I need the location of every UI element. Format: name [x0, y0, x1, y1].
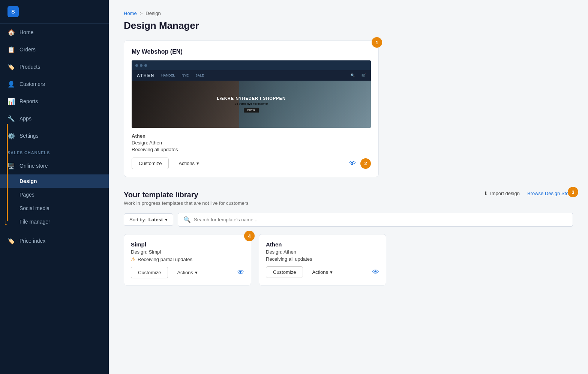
actions-label: Actions: [178, 161, 195, 166]
template-update-simpl: ⚠ Receiving partial updates: [131, 256, 244, 262]
preview-nav-item-2: NYE: [182, 74, 189, 77]
sort-value: Latest: [148, 217, 163, 222]
chevron-down-icon-athen: ▾: [330, 269, 333, 275]
main-content: Home > Design Design Manager 1 My Websho…: [109, 0, 588, 374]
sidebar-nav-item-online-store[interactable]: 🖥️ Online store: [0, 157, 109, 174]
price-index-icon: 🏷️: [8, 237, 15, 245]
sidebar-item-label-price-index: Price index: [20, 238, 45, 244]
sort-search-row: Sort by: Latest ▾ 🔍: [124, 213, 573, 227]
sidebar-nav-item-orders[interactable]: 📋 Orders: [0, 41, 109, 58]
sidebar-logo: S: [0, 0, 109, 24]
template-grid: 4 Simpl Design: Simpl ⚠ Receiving partia…: [124, 234, 386, 285]
eye-icon-athen[interactable]: 👁: [372, 268, 379, 276]
sidebar-sub-label-pages: Pages: [20, 192, 34, 198]
actions-button-athen[interactable]: Actions ▾: [307, 267, 338, 278]
browse-design-store-button[interactable]: Browse Design Store: [527, 191, 573, 196]
sidebar-sub-item-social-media[interactable]: Social media: [0, 201, 109, 215]
sidebar-item-label-online-store: Online store: [20, 163, 48, 169]
library-header: Your template library Work in progress t…: [124, 191, 573, 206]
sort-select[interactable]: Sort by: Latest ▾: [124, 213, 173, 226]
sidebar-item-label-products: Products: [20, 64, 40, 70]
preview-dot-2: [140, 64, 142, 67]
sidebar-sub-item-design[interactable]: Design: [0, 174, 109, 188]
chevron-down-icon: ▾: [196, 161, 199, 166]
active-theme-card: 1 My Webshop (EN) ATHEN HANDEL NYE SALE …: [124, 41, 379, 177]
sidebar-sub-item-file-manager[interactable]: File manager: [0, 215, 109, 228]
search-input-wrap: 🔍: [178, 213, 573, 227]
template-card-simpl: 4 Simpl Design: Simpl ⚠ Receiving partia…: [124, 234, 251, 285]
breadcrumb: Home > Design: [124, 11, 573, 16]
library-subtitle: Work in progress templates that are not …: [124, 200, 249, 206]
template-card-athen: Athen Design: Athen Receiving all update…: [259, 234, 386, 285]
template-design-athen: Design: Athen: [266, 249, 379, 255]
template-actions-simpl: Customize Actions ▾ 👁: [131, 267, 244, 278]
sidebar: ↓ S 🏠 Home 📋 Orders 🏷️ Products 👤 Custom…: [0, 0, 109, 374]
preview-brand: ATHEN: [137, 73, 154, 78]
template-name-athen: Athen: [266, 241, 379, 248]
sort-label: Sort by:: [129, 217, 146, 222]
sidebar-nav-item-reports[interactable]: 📊 Reports: [0, 93, 109, 110]
preview-topbar: [132, 60, 371, 70]
preview-hero-content: LÆKRE NYHEDER I SHOPPEN Se vores nye kol…: [217, 96, 286, 113]
preview-hero-sub: Se vores nye kollektioner: [217, 102, 286, 105]
sidebar-nav-item-settings[interactable]: ⚙️ Settings: [0, 127, 109, 144]
preview-nav-item-3: SALE: [195, 74, 204, 77]
sidebar-nav-item-products[interactable]: 🏷️ Products: [0, 58, 109, 75]
import-design-label: Import design: [490, 191, 520, 196]
sidebar-nav-item-price-index[interactable]: 🏷️ Price index: [0, 232, 109, 249]
breadcrumb-home[interactable]: Home: [124, 11, 137, 16]
sidebar-item-label-apps: Apps: [20, 116, 32, 122]
actions-button-simpl[interactable]: Actions ▾: [172, 267, 203, 278]
sidebar-nav-item-home[interactable]: 🏠 Home: [0, 24, 109, 41]
preview-dot-3: [144, 64, 147, 67]
template-name-simpl: Simpl: [131, 241, 244, 248]
preview-hero: LÆKRE NYHEDER I SHOPPEN Se vores nye kol…: [132, 81, 371, 128]
preview-cart-icon: 🛒: [362, 74, 366, 77]
settings-icon: ⚙️: [8, 132, 15, 140]
actions-button[interactable]: Actions ▾: [173, 158, 204, 169]
sidebar-sub-label-file-manager: File manager: [20, 219, 50, 225]
theme-label: Athen: [132, 133, 371, 139]
preview-eye-icon[interactable]: 👁: [349, 159, 356, 167]
actions-label-athen: Actions: [312, 269, 328, 275]
customize-button-simpl[interactable]: Customize: [131, 267, 168, 278]
search-icon: 🔍: [183, 216, 191, 223]
active-theme-actions: Customize Actions ▾ 👁 2: [132, 158, 371, 169]
preview-dot-1: [135, 64, 138, 67]
breadcrumb-current: Design: [146, 11, 160, 16]
badge-1: 1: [372, 37, 382, 48]
customize-button-athen[interactable]: Customize: [266, 266, 303, 278]
sidebar-nav-item-customers[interactable]: 👤 Customers: [0, 75, 109, 93]
badge-4: 4: [244, 231, 255, 241]
badge-3: 3: [568, 187, 578, 197]
products-icon: 🏷️: [8, 63, 15, 71]
customize-button[interactable]: Customize: [132, 158, 169, 169]
sidebar-item-label-reports: Reports: [20, 98, 38, 104]
logo-icon: S: [8, 6, 19, 17]
preview-hero-heading: LÆKRE NYHEDER I SHOPPEN: [217, 96, 286, 101]
library-title: Your template library: [124, 191, 249, 199]
sidebar-sub-item-pages[interactable]: Pages: [0, 188, 109, 201]
sidebar-nav-item-apps[interactable]: 🔧 Apps: [0, 110, 109, 127]
search-input[interactable]: [194, 217, 567, 222]
import-design-button[interactable]: ⬇ Import design: [484, 191, 520, 196]
preview-nav-item-1: HANDEL: [161, 74, 175, 77]
theme-update: Receiving all updates: [132, 147, 371, 152]
sidebar-item-label-customers: Customers: [20, 81, 45, 87]
home-icon: 🏠: [8, 29, 15, 36]
eye-icon-simpl[interactable]: 👁: [237, 269, 244, 276]
warning-icon: ⚠: [131, 256, 136, 262]
theme-preview: ATHEN HANDEL NYE SALE 🔍 🛒 LÆKRE NYHEDER …: [132, 60, 371, 128]
breadcrumb-separator: >: [140, 11, 143, 16]
sidebar-sub-label-social-media: Social media: [20, 205, 50, 211]
shop-name: My Webshop (EN): [132, 48, 371, 55]
chevron-down-icon-simpl: ▾: [195, 270, 198, 275]
theme-design: Design: Athen: [132, 140, 371, 146]
template-design-simpl: Design: Simpl: [131, 249, 244, 255]
sort-chevron-icon: ▾: [165, 217, 168, 222]
orders-icon: 📋: [8, 46, 15, 53]
sidebar-item-label-settings: Settings: [20, 133, 39, 139]
sales-channels-label: SALES CHANNELS: [0, 144, 109, 157]
actions-label-simpl: Actions: [177, 270, 193, 275]
template-actions-athen: Customize Actions ▾ 👁: [266, 266, 379, 278]
